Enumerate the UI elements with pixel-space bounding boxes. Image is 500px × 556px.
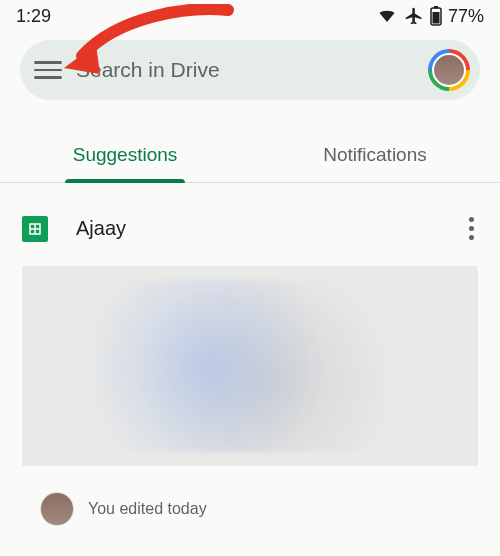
avatar-image — [432, 53, 466, 87]
status-icons: 77% — [376, 6, 484, 27]
activity-avatar — [40, 492, 74, 526]
hamburger-menu-icon[interactable] — [34, 56, 62, 84]
battery-percent: 77% — [448, 6, 484, 27]
battery-icon — [430, 6, 442, 26]
svg-rect-2 — [434, 6, 438, 9]
file-title[interactable]: Ajaay — [70, 217, 443, 240]
airplane-icon — [404, 6, 424, 26]
tabs: Suggestions Notifications — [0, 130, 500, 183]
tab-suggestions[interactable]: Suggestions — [0, 130, 250, 182]
activity-text: You edited today — [88, 500, 207, 518]
account-avatar[interactable] — [428, 49, 470, 91]
wifi-icon — [376, 7, 398, 25]
status-time: 1:29 — [16, 6, 51, 27]
file-preview-thumbnail[interactable] — [22, 266, 478, 466]
search-bar[interactable]: Search in Drive — [20, 40, 480, 100]
more-options-icon[interactable] — [465, 211, 478, 246]
sheets-icon — [22, 216, 48, 242]
status-bar: 1:29 77% — [0, 0, 500, 32]
search-input[interactable]: Search in Drive — [76, 58, 414, 82]
activity-row: You edited today — [40, 492, 478, 526]
file-header: Ajaay — [0, 183, 500, 256]
tab-notifications[interactable]: Notifications — [250, 130, 500, 182]
svg-rect-3 — [432, 12, 439, 24]
